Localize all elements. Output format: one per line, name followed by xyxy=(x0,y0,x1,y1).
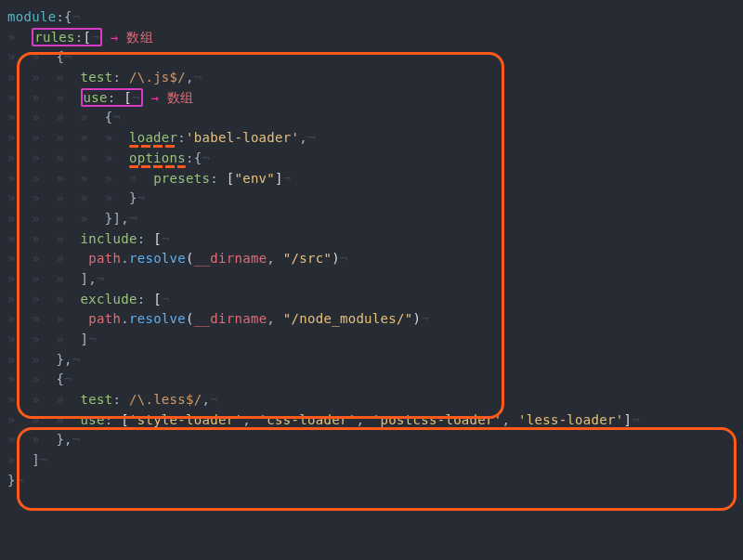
token-bracket: [ xyxy=(84,30,92,45)
token-resolve: resolve xyxy=(129,251,186,266)
whitespace-indent: » xyxy=(7,371,32,386)
token-brace: { xyxy=(194,150,202,165)
whitespace-eol: ¬ xyxy=(421,311,429,326)
whitespace-indent: » xyxy=(56,150,80,165)
token-colon: : xyxy=(105,412,121,427)
token-colon: : xyxy=(112,70,128,85)
whitespace-indent: » xyxy=(7,110,32,124)
token-paren: ( xyxy=(186,311,194,326)
whitespace-indent: » xyxy=(32,150,56,165)
whitespace-indent: » xyxy=(32,231,56,246)
whitespace-indent: » xyxy=(56,231,80,246)
whitespace-indent: » xyxy=(32,171,56,186)
code-line: » » » ]¬ xyxy=(7,330,736,350)
whitespace-indent: » xyxy=(7,412,32,427)
whitespace-indent: » xyxy=(56,130,80,145)
code-line: » » {¬ xyxy=(7,47,736,68)
whitespace-indent: » xyxy=(56,90,80,105)
token-comma: , xyxy=(502,412,518,427)
whitespace-indent: » xyxy=(7,251,32,266)
code-line: » » » use: ['style-loader', 'css-loader'… xyxy=(7,410,736,431)
annotation-array: 数组 xyxy=(126,30,153,45)
whitespace-indent: » xyxy=(105,190,129,205)
whitespace-eol: ¬ xyxy=(97,271,105,286)
whitespace-indent: » xyxy=(32,130,56,145)
whitespace-indent: » xyxy=(32,352,56,367)
token-paren: ) xyxy=(332,251,340,266)
whitespace-indent: » xyxy=(7,432,32,447)
token-options-underlined: options xyxy=(129,150,186,165)
whitespace-indent: » xyxy=(32,311,56,326)
whitespace-eol: ¬ xyxy=(340,251,348,266)
whitespace-indent: » xyxy=(7,130,32,145)
code-line: » » » » }],¬ xyxy=(7,209,736,229)
token-dirname: __dirname xyxy=(194,251,267,266)
token-close: ] xyxy=(81,332,89,346)
whitespace-indent: » xyxy=(32,392,56,407)
whitespace-indent: » xyxy=(32,70,56,85)
token-colon: : xyxy=(210,171,226,186)
code-line: » » » exclude: [¬ xyxy=(7,290,736,310)
whitespace-eol: ¬ xyxy=(162,292,170,306)
token-comma: , xyxy=(267,251,282,266)
whitespace-indent: » xyxy=(7,30,32,45)
token-punc: :{ xyxy=(56,9,72,24)
arrow-icon: → xyxy=(102,30,126,45)
whitespace-eol: ¬ xyxy=(162,231,170,246)
code-line: module:{¬ xyxy=(7,7,736,28)
code-line: » » » » » options:{¬ xyxy=(7,149,736,169)
token-string-underlined: 'less-loader' xyxy=(518,412,623,427)
whitespace-indent: » xyxy=(105,150,129,165)
token-close: ] xyxy=(32,452,40,467)
whitespace-indent: » xyxy=(7,271,32,286)
token-loader-underlined: loader xyxy=(129,130,177,145)
token-string: 'babel-loader' xyxy=(186,130,299,145)
whitespace-eol: ¬ xyxy=(72,352,81,367)
code-line: » » » use: [¬ → 数组 xyxy=(7,88,736,109)
token-bracket: [ xyxy=(153,231,162,246)
whitespace-indent: » xyxy=(56,190,80,205)
whitespace-eol: ¬ xyxy=(307,130,316,145)
whitespace-eol: ¬ xyxy=(64,371,72,386)
whitespace-indent: » xyxy=(7,70,32,85)
whitespace-indent: » xyxy=(7,292,32,306)
token-string-underlined: 'style-loader' xyxy=(129,412,242,427)
code-line: » » » include: [¬ xyxy=(7,229,736,250)
token-colon: : xyxy=(108,90,124,105)
whitespace-indent: » xyxy=(7,190,32,205)
token-colon: : xyxy=(137,292,153,306)
whitespace-eol: ¬ xyxy=(632,412,640,427)
whitespace-indent: » xyxy=(105,130,129,145)
token-dot: . xyxy=(121,251,129,266)
token-close: }, xyxy=(56,432,72,447)
whitespace-indent: » xyxy=(56,332,80,346)
token-include: include xyxy=(81,231,137,246)
whitespace-eol: ¬ xyxy=(72,432,81,447)
code-block: module:{¬ » rules:[¬ → 数组 » » {¬ » » » t… xyxy=(7,7,736,491)
whitespace-indent: » xyxy=(56,70,80,85)
whitespace-indent: » xyxy=(56,292,80,306)
whitespace-indent: » xyxy=(56,271,80,286)
token-comma: , xyxy=(186,70,194,85)
whitespace-indent: » xyxy=(81,150,105,165)
whitespace-indent: » xyxy=(7,211,32,226)
whitespace-eol: ¬ xyxy=(72,9,81,24)
token-exclude: exclude xyxy=(81,292,137,306)
token-brace: } xyxy=(129,190,137,205)
code-line: » » » » » loader:'babel-loader',¬ xyxy=(7,128,736,149)
token-bracket: ] xyxy=(623,412,632,427)
whitespace-indent: » xyxy=(81,130,105,145)
token-use: use xyxy=(84,90,108,105)
token-comma: , xyxy=(242,412,258,427)
token-close: }, xyxy=(56,352,72,367)
whitespace-indent: » xyxy=(7,392,32,407)
token-path: path xyxy=(88,251,121,266)
code-line: » » » » {¬ xyxy=(7,108,736,128)
token-bracket: [ xyxy=(124,90,132,105)
highlight-box-rules: rules:[¬ xyxy=(32,28,102,46)
token-comma: , xyxy=(299,130,307,145)
token-string: "/node_modules/" xyxy=(283,311,413,326)
token-bracket: ] xyxy=(275,171,283,186)
whitespace-indent: » xyxy=(7,171,32,186)
token-resolve: resolve xyxy=(129,311,186,326)
